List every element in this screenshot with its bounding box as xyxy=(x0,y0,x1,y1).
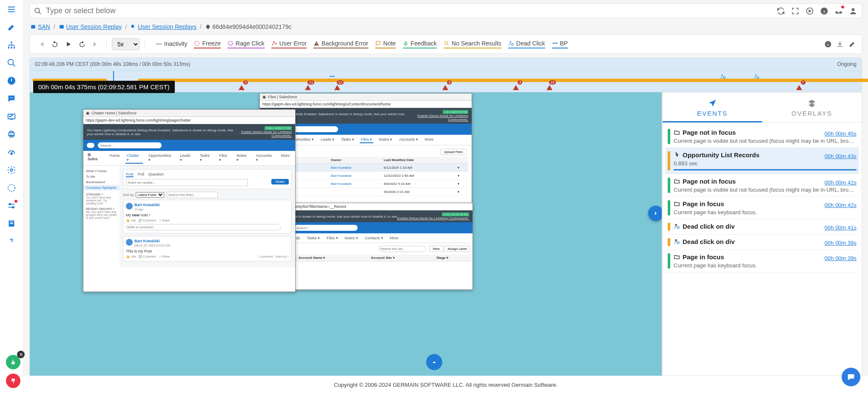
timeline-error-marker[interactable]: 7 xyxy=(795,84,803,91)
thumbs-down-fab[interactable] xyxy=(6,374,20,388)
svg-rect-23 xyxy=(31,25,35,28)
legend-deadclick[interactable]: Dead Click xyxy=(508,40,545,48)
svg-point-44 xyxy=(677,227,679,229)
timeline-error-marker[interactable]: 3 xyxy=(238,84,245,91)
breadcrumb-san[interactable]: SAN xyxy=(38,23,50,30)
svg-point-40 xyxy=(757,77,759,79)
search-icon[interactable] xyxy=(6,58,17,68)
breadcrumb-replays[interactable]: User Session Replays xyxy=(138,23,196,30)
svg-point-2 xyxy=(11,47,12,49)
svg-point-38 xyxy=(723,77,726,79)
svg-rect-11 xyxy=(10,131,13,133)
svg-point-39 xyxy=(755,74,757,76)
svg-rect-41 xyxy=(330,76,331,77)
edit-icon[interactable] xyxy=(6,22,17,32)
info-icon[interactable] xyxy=(820,7,828,15)
sliders-icon[interactable] xyxy=(6,201,17,211)
svg-point-45 xyxy=(675,240,677,241)
menu-icon[interactable] xyxy=(6,4,17,14)
loading-icon[interactable] xyxy=(6,183,17,193)
player-toolbar: 5x Inactivity Freeze Rage Click User Err… xyxy=(29,34,862,54)
legend-rage[interactable]: Rage Click xyxy=(228,40,265,48)
timeline-deadclick-marker[interactable] xyxy=(754,74,760,79)
hierarchy-icon[interactable] xyxy=(6,40,17,50)
legend-bgerror[interactable]: Background Error xyxy=(313,40,368,48)
timeline-error-marker[interactable]: 11 xyxy=(304,84,312,91)
svg-point-3 xyxy=(14,47,15,49)
close-icon[interactable]: ✕ xyxy=(17,351,25,358)
timeline-error-marker[interactable]: 18 xyxy=(546,84,553,91)
chat-icon[interactable] xyxy=(6,94,17,104)
timeline-error-marker[interactable]: 4 xyxy=(512,84,520,91)
breadcrumb-replay[interactable]: User Session Replay xyxy=(66,23,122,30)
ongoing-label: Ongoing xyxy=(837,61,857,67)
legend-note[interactable]: Note xyxy=(375,40,396,48)
forward-button[interactable] xyxy=(77,39,88,50)
events-panel: EVENTS OVERLAYS Page not in focus00h 00m… xyxy=(662,92,862,376)
tab-overlays[interactable]: OVERLAYS xyxy=(762,93,862,122)
svg-point-27 xyxy=(228,41,233,46)
search-icon xyxy=(34,7,42,15)
fullscreen-icon[interactable] xyxy=(791,7,800,15)
legend-inactivity[interactable]: Inactivity xyxy=(156,40,187,48)
search-bar xyxy=(29,3,862,18)
event-item[interactable]: Page not in focus00h 00m 42sCurrent page… xyxy=(665,174,859,197)
gear-icon[interactable] xyxy=(6,165,17,175)
svg-point-15 xyxy=(8,184,15,192)
event-item[interactable]: Opportunity List Records00h 00m 43s0.883… xyxy=(665,148,859,174)
svg-point-32 xyxy=(509,41,511,43)
speed-select[interactable]: 5x xyxy=(112,38,139,50)
svg-point-37 xyxy=(722,74,723,76)
timeline-error-marker[interactable]: 12 xyxy=(333,84,341,91)
toolbar-info-icon[interactable] xyxy=(824,40,832,48)
tab-events[interactable]: EVENTS xyxy=(663,93,762,122)
refresh-icon[interactable] xyxy=(777,7,785,15)
breadcrumb-current: 66d84e9094d4e0002402179c xyxy=(213,23,292,30)
search-input[interactable] xyxy=(46,6,772,15)
timeline-deadclick-marker[interactable] xyxy=(720,74,726,79)
svg-point-19 xyxy=(35,8,40,13)
help-icon[interactable] xyxy=(6,236,17,247)
legend-usererror[interactable]: User Error xyxy=(271,40,307,48)
legend-bp[interactable]: BP xyxy=(552,40,568,48)
pencil-icon[interactable] xyxy=(848,40,856,48)
event-item[interactable]: Page in focus00h 00m 39sCurrent page has… xyxy=(665,250,859,272)
inbox-icon[interactable] xyxy=(834,7,843,15)
svg-point-22 xyxy=(852,8,855,11)
timestamp-label: 02:09:48.206 PM CEST (00h 00m 48s 108ms … xyxy=(35,61,190,67)
book-icon[interactable] xyxy=(6,218,17,229)
alert-icon[interactable] xyxy=(6,76,17,86)
prev-button[interactable] xyxy=(36,39,47,50)
event-item[interactable]: Dead click on div00h 00m 39s xyxy=(665,235,859,250)
event-item[interactable]: Page in focus00h 00m 42sCurrent page has… xyxy=(665,197,859,219)
scroll-top-button[interactable] xyxy=(426,354,442,370)
svg-point-30 xyxy=(273,41,275,43)
legend-feedback[interactable]: Feedback xyxy=(403,40,437,48)
svg-point-0 xyxy=(11,42,12,43)
svg-point-7 xyxy=(11,97,12,98)
play-circle-icon[interactable] xyxy=(805,7,814,15)
rewind-button[interactable] xyxy=(49,39,60,50)
svg-point-46 xyxy=(677,242,679,244)
svg-point-17 xyxy=(12,207,14,208)
user-icon[interactable] xyxy=(849,7,857,15)
chat-fab[interactable] xyxy=(842,368,860,386)
legend-nosearch[interactable]: No Search Results xyxy=(444,40,501,48)
download-icon[interactable] xyxy=(836,40,844,48)
svg-point-8 xyxy=(12,97,13,98)
event-item[interactable]: Dead click on div00h 00m 41s xyxy=(665,219,859,235)
legend-freeze[interactable]: Freeze xyxy=(194,40,221,48)
print-icon[interactable] xyxy=(6,129,17,139)
next-button[interactable] xyxy=(90,39,101,50)
play-button[interactable] xyxy=(63,39,74,50)
svg-rect-34 xyxy=(552,43,554,44)
gauge-icon[interactable] xyxy=(6,147,17,157)
timeline-error-marker[interactable]: 3 xyxy=(441,84,449,91)
thumbs-up-fab[interactable]: ✕ xyxy=(6,355,20,369)
breadcrumb: SAN / User Session Replay / User Session… xyxy=(23,22,868,34)
panel-toggle-button[interactable] xyxy=(648,206,662,221)
svg-rect-42 xyxy=(333,76,334,77)
event-item[interactable]: Page not in focus00h 00m 45sCurrent page… xyxy=(665,125,859,148)
dashboard-icon[interactable] xyxy=(6,111,17,122)
svg-point-16 xyxy=(9,204,11,205)
